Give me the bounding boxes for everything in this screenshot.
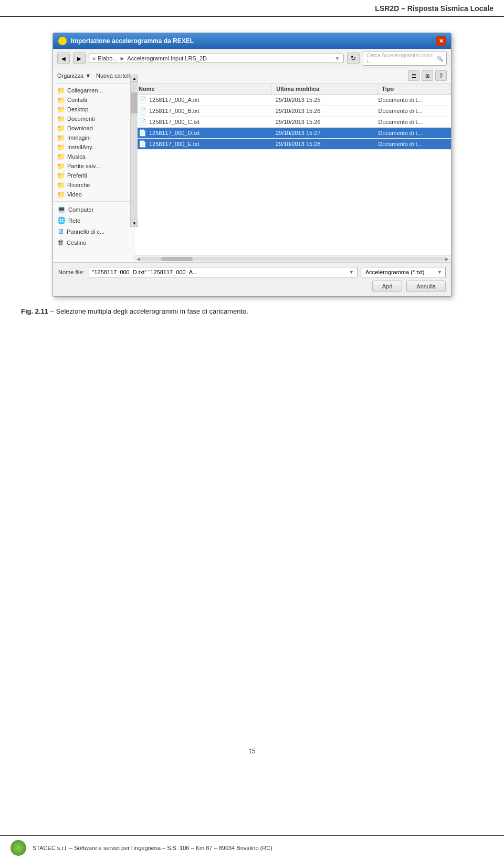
breadcrumb-chevron: «: [92, 55, 96, 61]
sidebar-item-partite-salvate[interactable]: 📁 Partite salv...: [53, 161, 134, 171]
scroll-down-button[interactable]: ▼: [131, 220, 138, 227]
organizza-arrow: ▼: [85, 72, 91, 79]
sidebar: 📁 Collegamen... 📁 Contatti 📁 Desktop 📁 D…: [53, 84, 134, 262]
scroll-up-button[interactable]: ▲: [131, 75, 138, 82]
caption-text: Selezione multipla degli accelerogrammi …: [56, 307, 248, 315]
dialog-icon: [58, 37, 67, 45]
file-type: Documento di t...: [379, 130, 447, 136]
sidebar-item-desktop[interactable]: 📁 Desktop: [53, 105, 134, 114]
sidebar-item-computer[interactable]: 💻 Computer: [53, 204, 134, 215]
file-type-select[interactable]: Accelerogramma (*.txt) ▼: [362, 267, 446, 277]
company-logo: [10, 840, 26, 856]
caption-prefix: Fig. 2.11: [21, 307, 48, 315]
sidebar-item-label: Musica: [67, 153, 86, 160]
sidebar-item-ricerche[interactable]: 📁 Ricerche: [53, 180, 134, 190]
file-name: 1258117_000_D.txt: [149, 130, 200, 136]
page-title: LSR2D – Risposta Sismica Locale: [375, 4, 494, 13]
horizontal-scrollbar[interactable]: ◀ ▶: [134, 255, 451, 262]
file-row[interactable]: 📄 1258117_000_B.txt 29/10/2013 15:26 Doc…: [134, 106, 451, 117]
sidebar-item-collegamenti[interactable]: 📁 Collegamen...: [53, 86, 134, 95]
sidebar-item-rete[interactable]: 🌐 Rete: [53, 215, 134, 226]
sidebar-item-label: Ricerche: [67, 182, 90, 188]
help-button[interactable]: ?: [435, 70, 447, 81]
column-header-type[interactable]: Tipo: [377, 84, 451, 94]
sidebar-item-installany[interactable]: 📁 InstallAny...: [53, 142, 134, 152]
file-row[interactable]: 📄 1258117_000_A.txt 29/10/2013 15:25 Doc…: [134, 95, 451, 106]
file-name-col: 📄 1258117_000_E.txt: [139, 140, 276, 148]
file-name-col: 📄 1258117_000_D.txt: [139, 129, 276, 137]
sidebar-item-preferiti[interactable]: 📁 Preferiti: [53, 171, 134, 180]
file-list: 📄 1258117_000_A.txt 29/10/2013 15:25 Doc…: [134, 95, 451, 255]
sidebar-item-label: Partite salv...: [67, 163, 100, 169]
file-row-selected[interactable]: 📄 1258117_000_E.txt 29/10/2013 15:28 Doc…: [134, 139, 451, 150]
scroll-thumb: [161, 257, 193, 261]
breadcrumb: « Elabo... ► Accelerogrammi Input LRS_2D…: [89, 54, 344, 63]
sidebar-item-label: Collegamen...: [67, 87, 103, 94]
view-grid-button[interactable]: ⊞: [422, 70, 433, 81]
cancel-button[interactable]: Annulla: [406, 281, 446, 292]
breadcrumb-part2: Accelerogrammi Input LRS_2D: [127, 55, 207, 61]
action-toolbar: Organizza ▼ Nuova cartella ☰ ⊞ ?: [53, 68, 451, 84]
bottom-bar: Nome file: "1258117_000_D.txt" "1258117_…: [53, 262, 451, 296]
open-button[interactable]: Apri: [372, 281, 403, 292]
vertical-scrollbar[interactable]: ▲ ▼: [130, 75, 138, 227]
view-list-button[interactable]: ☰: [408, 70, 419, 81]
file-name: 1258117_000_B.txt: [149, 108, 199, 114]
nuova-cartella-button[interactable]: Nuova cartella: [96, 72, 133, 79]
sidebar-item-documenti[interactable]: 📁 Documenti: [53, 114, 134, 123]
close-button[interactable]: ✕: [436, 36, 446, 46]
file-name-col: 📄 1258117_000_A.txt: [139, 96, 276, 103]
column-header-name[interactable]: Nome: [134, 84, 272, 94]
nuova-cartella-label: Nuova cartella: [96, 72, 133, 79]
file-icon: 📄: [139, 118, 146, 126]
search-icon: 🔍: [437, 56, 443, 61]
sidebar-item-pannello[interactable]: 🖥 Pannello di c...: [53, 226, 134, 237]
folder-icon: 📁: [57, 106, 65, 112]
page-content: Importazione accelerogramma da REXEL ✕ ◀…: [0, 17, 504, 327]
folder-icon: 📁: [57, 116, 65, 122]
file-type: Documento di t...: [379, 119, 447, 125]
control-icon: 🖥: [57, 227, 64, 235]
search-box[interactable]: Cerca Accelerogrammi Input L... 🔍: [363, 51, 447, 66]
sidebar-item-label: Pannello di c...: [67, 229, 104, 235]
back-button[interactable]: ◀: [57, 53, 70, 64]
footer-text: STACEC s.r.l. – Software e servizi per l…: [33, 845, 272, 851]
file-name: 1258117_000_A.txt: [149, 97, 199, 103]
file-name-input[interactable]: "1258117_000_D.txt" "1258117_000_A... ▼: [89, 267, 358, 277]
file-name-col: 📄 1258117_000_B.txt: [139, 107, 276, 115]
sidebar-item-download[interactable]: 📁 Download: [53, 123, 134, 133]
nav-toolbar: ◀ ▶ « Elabo... ► Accelerogrammi Input LR…: [53, 49, 451, 68]
folder-icon: 📁: [57, 163, 65, 169]
forward-button[interactable]: ▶: [73, 53, 86, 64]
sidebar-item-contatti[interactable]: 📁 Contatti: [53, 95, 134, 105]
sidebar-item-immagini[interactable]: 📁 Immagini: [53, 133, 134, 142]
caption-separator: –: [50, 307, 54, 315]
sidebar-item-video[interactable]: 📁 Video: [53, 190, 134, 199]
refresh-button[interactable]: ↻: [347, 53, 360, 64]
file-date: 29/10/2013 15:28: [276, 141, 379, 147]
folder-icon: 📁: [57, 153, 65, 160]
button-row: Apri Annulla: [58, 281, 446, 292]
organizza-button[interactable]: Organizza ▼: [57, 72, 91, 79]
view-controls: ☰ ⊞ ?: [408, 70, 447, 81]
file-row[interactable]: 📄 1258117_000_C.txt 29/10/2013 15:26 Doc…: [134, 117, 451, 128]
sidebar-item-label: Computer: [68, 206, 93, 213]
title-bar-left: Importazione accelerogramma da REXEL: [58, 37, 194, 45]
scroll-thumb: [131, 92, 138, 113]
folder-icon: 📁: [57, 182, 65, 188]
folder-icon: 📁: [57, 191, 65, 198]
file-type: Documento di t...: [379, 97, 447, 103]
sidebar-item-label: Desktop: [67, 106, 88, 112]
file-date: 29/10/2013 15:25: [276, 97, 379, 103]
left-scroll-arrow[interactable]: ◀: [136, 256, 140, 262]
sidebar-item-label: Immagini: [67, 134, 91, 141]
file-date: 29/10/2013 15:26: [276, 108, 379, 114]
column-header-date[interactable]: Ultima modifica: [272, 84, 377, 94]
scroll-track: [140, 257, 445, 261]
right-scroll-arrow[interactable]: ▶: [445, 256, 449, 262]
main-area: 📁 Collegamen... 📁 Contatti 📁 Desktop 📁 D…: [53, 84, 451, 262]
file-name-value: "1258117_000_D.txt" "1258117_000_A...: [92, 269, 348, 275]
file-row-selected[interactable]: 📄 1258117_000_D.txt 29/10/2013 15:27 Doc…: [134, 128, 451, 139]
sidebar-item-musica[interactable]: 📁 Musica: [53, 152, 134, 161]
sidebar-item-cestino[interactable]: 🗑 Cestino: [53, 237, 134, 248]
